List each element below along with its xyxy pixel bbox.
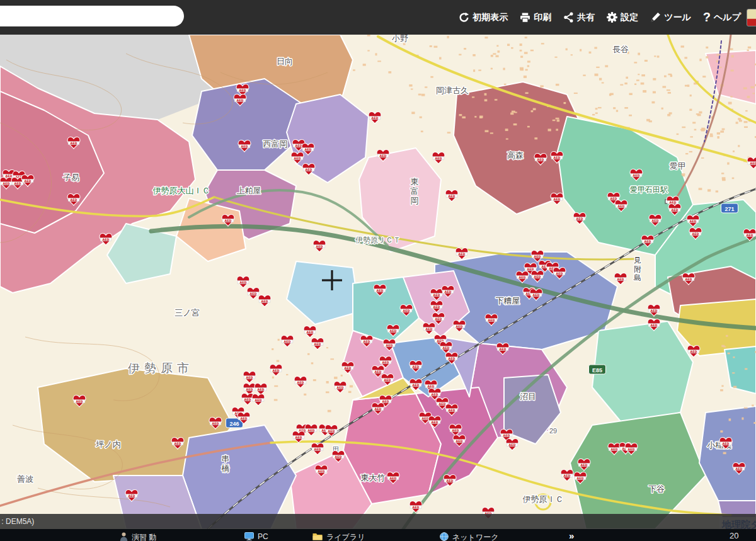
desktop-item-label: ネットワーク — [452, 532, 498, 541]
share-button[interactable]: 共有 — [562, 9, 596, 26]
gsi-map-app: { "header": { "search": { "value": "", "… — [0, 0, 756, 541]
map-label: 善波 — [17, 474, 33, 484]
map-label: 長谷 — [612, 45, 629, 54]
reset-view-button[interactable]: 初期表示 — [457, 9, 509, 26]
user-icon — [120, 532, 128, 541]
desktop-item-network[interactable]: ネットワーク — [440, 532, 498, 541]
elevation-attribution-bar: ( : DEM5A) — [0, 514, 756, 529]
map-label: 上粕屋 — [237, 186, 261, 195]
desktop-item-pc[interactable]: PC — [244, 532, 268, 541]
map-label: 岡津古久 — [436, 86, 469, 95]
desktop-item-label: PC — [258, 532, 268, 541]
map-label: 伊勢原市 — [128, 362, 193, 375]
route-shield-label: 271 — [724, 206, 734, 212]
help-label: ヘルプ — [714, 12, 741, 23]
elevation-attribution-text: ( : DEM5A) — [0, 514, 34, 529]
map-label: 見附島 — [634, 256, 641, 282]
desktop-item-library[interactable]: ライブラリ — [312, 532, 365, 541]
map-label: 伊勢原ＩＣ — [523, 494, 564, 504]
map-label: 伊勢原ＪＣＴ — [355, 236, 401, 244]
map-label: 日向 — [277, 57, 293, 66]
map-label: 愛甲 — [670, 161, 686, 171]
help-button[interactable]: ? ヘルプ — [702, 9, 742, 26]
print-label: 印刷 — [534, 12, 551, 23]
map-label: 東大竹 — [361, 473, 386, 482]
map-label: 串橋 — [222, 454, 230, 473]
map-label: 愛甲石田駅 — [630, 185, 668, 194]
map-label: 三ノ宮 — [175, 308, 199, 317]
map-label: 西富岡 — [263, 139, 288, 149]
printer-icon — [520, 13, 530, 23]
map-label: 小野 — [391, 35, 408, 43]
route-shield-label: E85 — [592, 367, 602, 373]
share-label: 共有 — [577, 12, 595, 23]
print-button[interactable]: 印刷 — [518, 9, 553, 26]
network-icon — [440, 532, 449, 541]
map-label: 下糟屋 — [496, 296, 520, 305]
toolbar-buttons: 初期表示 印刷 共有 — [457, 0, 742, 35]
map-label: 伊勢原大山ＩＣ — [153, 186, 210, 195]
map-label: 高森 — [507, 151, 524, 160]
taskbar-clock[interactable]: 20 — [730, 531, 738, 540]
clipped-corner-icon[interactable] — [747, 9, 756, 26]
pc-icon — [244, 532, 254, 540]
taskbar-overflow-chevron[interactable]: » — [569, 530, 574, 541]
tools-label: ツール — [664, 12, 691, 23]
tools-button[interactable]: ツール — [649, 9, 692, 26]
desktop-item-label: ライブラリ — [326, 532, 365, 541]
route-shield-label: 246 — [229, 421, 239, 427]
reset-view-label: 初期表示 — [472, 12, 508, 23]
map-viewport[interactable]: AED — [0, 35, 756, 529]
gear-icon — [607, 12, 617, 23]
search-input[interactable] — [0, 6, 184, 26]
map-label: 下谷 — [648, 484, 665, 494]
map-label: 子易 — [63, 173, 79, 182]
reload-icon — [459, 12, 469, 23]
top-toolbar: 初期表示 印刷 共有 — [0, 0, 756, 35]
desktop-taskbar: 演習 動 PC ライブラリ ネットワーク » — [0, 529, 756, 541]
map-label: 29 — [549, 427, 557, 435]
settings-button[interactable]: 設定 — [605, 9, 639, 26]
desktop-item-label: 演習 動 — [132, 532, 156, 541]
desktop-item-user-folder[interactable]: 演習 動 — [120, 532, 156, 541]
map-canvas[interactable]: AED — [0, 35, 756, 529]
pen-tool-icon — [650, 12, 661, 23]
folder-icon — [312, 532, 323, 540]
question-icon: ? — [703, 13, 711, 22]
map-label: 沼目 — [520, 392, 536, 401]
map-label: 坪ノ内 — [95, 440, 120, 449]
settings-label: 設定 — [621, 12, 638, 23]
share-icon — [563, 12, 574, 23]
map-label: 東富岡 — [411, 177, 419, 205]
